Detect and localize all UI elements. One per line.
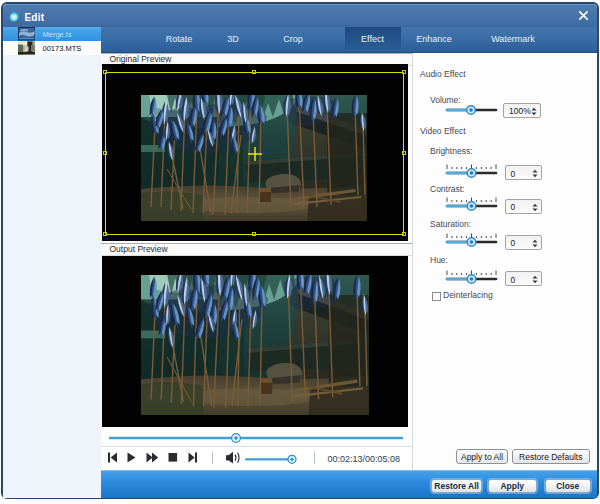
svg-text:00:02:13/00:05:08: 00:02:13/00:05:08 (328, 454, 401, 464)
